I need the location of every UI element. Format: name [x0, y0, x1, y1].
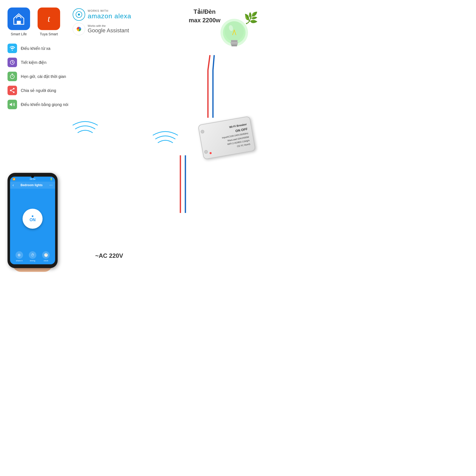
- alexa-brand: amazon alexa: [88, 12, 131, 20]
- svg-line-18: [12, 89, 13, 90]
- phone-battery: 🔋: [50, 178, 53, 180]
- alexa-text: WORKS WITH amazon alexa: [88, 9, 131, 20]
- svg-rect-23: [231, 40, 237, 42]
- tai-den-label: Tải/Đèn max 2200w: [189, 8, 220, 24]
- remote-icon: [8, 44, 17, 53]
- google-icon: [73, 23, 85, 35]
- alexa-works-with: WORKS WITH: [88, 9, 131, 12]
- on-button[interactable]: ON: [23, 209, 43, 229]
- feature-save: Tiết kiệm điện: [8, 58, 268, 67]
- save-icon: [8, 58, 17, 67]
- svg-text:t: t: [48, 14, 50, 24]
- phone-section: 📶 09:54 🔋 ‹ Bedroom lights ··· ON: [8, 173, 58, 268]
- svg-point-22: [225, 21, 244, 41]
- clock-circle-icon: 🕐: [42, 251, 50, 259]
- device-label: Wi-Fi Breaker ON OFF InputAC100-240V,50/…: [220, 122, 251, 150]
- google-row: Works with the Google Assistant: [73, 23, 131, 35]
- phone-icon-timing[interactable]: ⏱ timing: [29, 251, 36, 262]
- timing-circle-icon: ⏱: [29, 251, 36, 259]
- svg-marker-19: [10, 103, 12, 106]
- tuya-label: Tuya Smart: [40, 32, 58, 36]
- feature-save-text: Tiết kiệm điện: [21, 60, 46, 65]
- feature-share-text: Chia sẻ người dùng: [21, 88, 56, 93]
- smart-life-logo: Smart Life: [8, 8, 30, 36]
- phone-time: 09:54: [30, 178, 36, 180]
- phone-signal: 📶: [13, 178, 15, 180]
- voice-icon: [8, 100, 17, 109]
- svg-point-16: [13, 91, 15, 93]
- google-works-with: Works with the: [88, 24, 129, 27]
- svg-point-15: [10, 90, 12, 91]
- svg-point-14: [13, 88, 15, 89]
- tuya-logo: t Tuya Smart: [38, 8, 60, 36]
- svg-rect-26: [231, 45, 237, 46]
- smart-life-icon: [8, 8, 30, 30]
- tai-den-section: Tải/Đèn max 2200w: [189, 8, 220, 24]
- share-icon: [8, 86, 17, 95]
- feature-voice-text: Điều khiển bằng giọng nói: [21, 102, 68, 107]
- phone-content: ON: [10, 189, 55, 249]
- ac-label: ~AC 220V: [95, 252, 123, 259]
- svg-rect-24: [230, 42, 238, 44]
- svg-point-6: [18, 15, 20, 17]
- phone-screen-title: Bedroom lights: [21, 183, 43, 187]
- share-circle-icon: ⚙: [16, 251, 23, 259]
- on-label: ON: [30, 218, 36, 222]
- voice-assistants: WORKS WITH amazon alexa Works with the G…: [73, 8, 131, 35]
- phone-bottom-icons: ⚙ share it ⏱ timing 🕐 clock: [10, 249, 55, 264]
- timer-icon: [8, 72, 17, 81]
- svg-point-9: [78, 14, 80, 16]
- leaf-icon: 🌿: [244, 11, 258, 25]
- phone-icon-clock[interactable]: 🕐 clock: [42, 251, 50, 262]
- alexa-icon: [73, 8, 85, 21]
- svg-line-17: [12, 91, 13, 92]
- alexa-row: WORKS WITH amazon alexa: [73, 8, 131, 21]
- smart-life-label: Smart Life: [11, 32, 27, 36]
- google-brand: Google Assistant: [88, 27, 129, 34]
- svg-rect-25: [231, 44, 237, 45]
- bulb-container: 🌿: [218, 15, 251, 54]
- svg-point-11: [12, 50, 13, 51]
- feature-remote-text: Điều khiển từ xa: [21, 46, 50, 51]
- phone-screen: 📶 09:54 🔋 ‹ Bedroom lights ··· ON: [10, 177, 55, 264]
- tuya-icon: t: [38, 8, 60, 30]
- feature-timer-text: Hẹn giờ, cài đặt thời gian: [21, 74, 66, 79]
- phone-device: 📶 09:54 🔋 ‹ Bedroom lights ··· ON: [8, 173, 58, 268]
- phone-icon-share[interactable]: ⚙ share it: [16, 251, 23, 262]
- feature-share: Chia sẻ người dùng: [8, 86, 268, 95]
- wifi-breaker-device: Wi-Fi Breaker ON OFF InputAC100-240V,50/…: [198, 116, 256, 160]
- feature-timer: Hẹn giờ, cài đặt thời gian: [8, 72, 268, 81]
- google-assistant-text: Works with the Google Assistant: [88, 24, 129, 34]
- phone-header: ‹ Bedroom lights ···: [10, 182, 55, 189]
- feature-voice: Điều khiển bằng giọng nói: [8, 100, 268, 109]
